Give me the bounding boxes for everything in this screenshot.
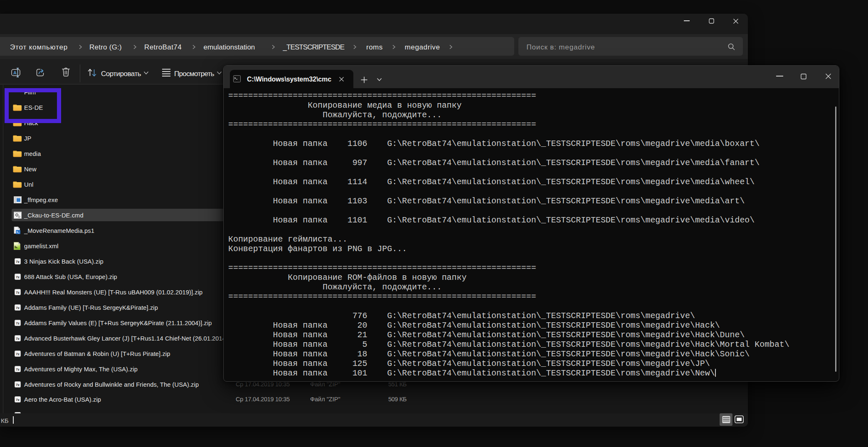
svg-text:7z: 7z bbox=[16, 383, 19, 387]
svg-text:7z: 7z bbox=[16, 321, 19, 325]
svg-text:7z: 7z bbox=[16, 368, 19, 371]
svg-text:7z: 7z bbox=[16, 352, 19, 356]
svg-text:7z: 7z bbox=[16, 398, 19, 402]
svg-text:7z: 7z bbox=[16, 275, 19, 279]
svg-text:A: A bbox=[13, 70, 17, 75]
svg-text:7z: 7z bbox=[16, 291, 19, 294]
svg-text:7z: 7z bbox=[16, 260, 19, 264]
svg-text:7z: 7z bbox=[16, 306, 19, 310]
svg-text:7z: 7z bbox=[16, 337, 19, 341]
